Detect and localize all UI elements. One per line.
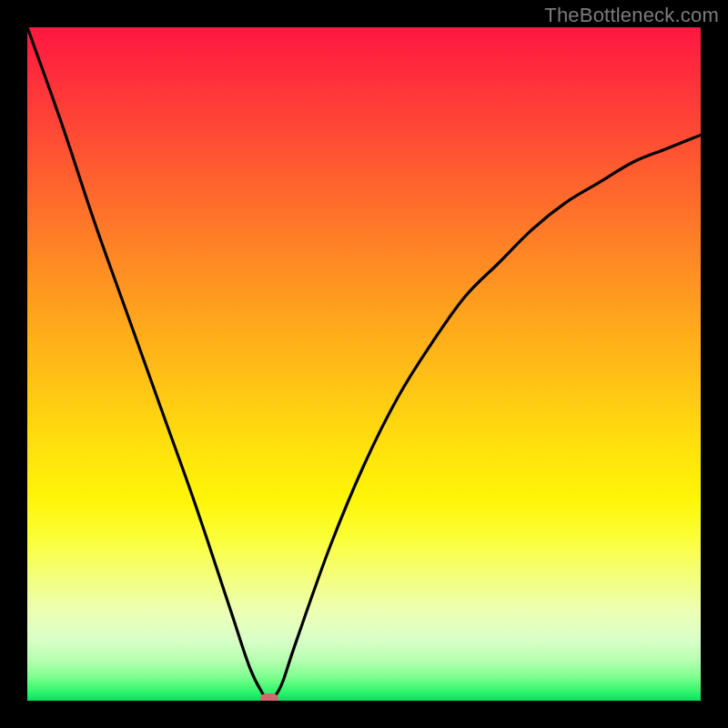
watermark-text: TheBottleneck.com xyxy=(544,4,719,27)
minimum-marker xyxy=(260,693,278,701)
bottleneck-curve xyxy=(27,27,701,701)
chart-frame xyxy=(27,27,701,701)
